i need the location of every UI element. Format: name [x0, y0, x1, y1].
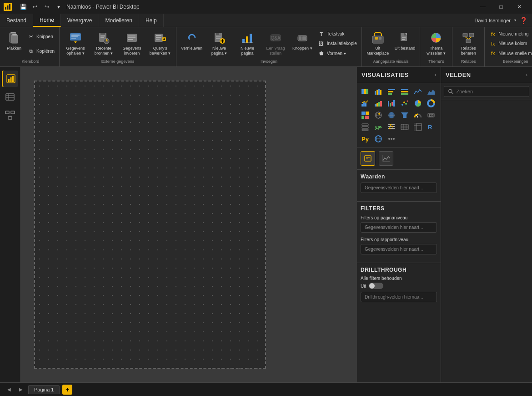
model-view-btn[interactable]	[2, 107, 18, 123]
nieuwe-meting-btn[interactable]: fx Nieuwe meting	[487, 30, 532, 39]
search-input[interactable]	[456, 89, 525, 94]
toggle-track[interactable]	[369, 283, 383, 289]
stacked-bar-icon[interactable]	[360, 86, 371, 97]
funnel-icon[interactable]	[399, 110, 410, 121]
tab-modelleren[interactable]: Modelleren	[99, 14, 139, 27]
maximize-btn[interactable]: □	[492, 0, 510, 14]
format-btn[interactable]	[361, 151, 375, 166]
save-quick-btn[interactable]: 💾	[18, 2, 28, 12]
vernieuwen-btn[interactable]: Vernieuwen	[179, 29, 204, 58]
berekeningen-label: Berekeningen	[487, 58, 532, 65]
100pct-bar-icon[interactable]	[399, 86, 410, 97]
ribbon-group-berekeningen: fx Nieuwe meting fx Nieuwe kolom fx Nieu…	[485, 27, 532, 66]
svg-point-113	[378, 113, 380, 115]
more-visuals-icon[interactable]	[386, 133, 397, 144]
page-nav-prev[interactable]: ◀	[5, 385, 14, 394]
een-vraag-stellen-btn[interactable]: Q&A Een vraag stellen	[262, 29, 289, 58]
knippen-btn[interactable]: ✂ Knippen	[25, 32, 56, 41]
relaties-beheren-btn[interactable]: Relaties beheren	[455, 29, 482, 58]
gauge-icon[interactable]	[412, 110, 423, 121]
plakken-btn[interactable]: Plakken	[5, 29, 24, 58]
data-view-btn[interactable]	[2, 89, 18, 105]
queries-bewerken-label: Query's bewerken ▾	[149, 46, 171, 56]
minimize-btn[interactable]: —	[474, 0, 492, 14]
page-level-label: Filters op paginaniveau	[361, 215, 437, 220]
svg-rect-108	[361, 116, 364, 119]
berekeningen-content: fx Nieuwe meting fx Nieuwe kolom fx Nieu…	[487, 29, 532, 58]
svg-rect-9	[71, 35, 80, 36]
drillthrough-fields-drop[interactable]: Drillthrough-velden hiernaа...	[361, 292, 437, 302]
nieuwe-snelle-meting-btn[interactable]: fx Nieuwe snelle meting	[487, 49, 532, 58]
map-icon[interactable]	[373, 110, 384, 121]
marketplace-btn[interactable]: Uit Marketplace	[365, 29, 391, 58]
nieuwe-pagina-btn[interactable]: Nieuwe pagina ▾	[206, 29, 232, 58]
globe-icon[interactable]	[373, 133, 384, 144]
slicer-icon[interactable]	[386, 122, 397, 132]
treemap-icon[interactable]	[360, 110, 371, 121]
report-canvas[interactable]	[34, 81, 266, 369]
more-quick-btn[interactable]: ▾	[54, 2, 64, 12]
undo-btn[interactable]: ↩	[30, 2, 40, 12]
vormen-btn[interactable]: ⬟ Vormen ▾	[316, 49, 359, 58]
svg-rect-21	[128, 39, 133, 40]
add-page-btn[interactable]: +	[62, 385, 72, 395]
clustered-column-icon[interactable]	[373, 86, 384, 97]
theme-icon	[429, 30, 443, 45]
matrix-icon[interactable]	[412, 122, 423, 132]
titlebar: 💾 ↩ ↪ ▾ Naamloos - Power BI Desktop — □ …	[0, 0, 532, 14]
kpi-icon[interactable]: KPI	[373, 122, 384, 132]
canvas-area[interactable]	[20, 67, 357, 382]
redo-btn[interactable]: ↪	[42, 2, 52, 12]
thema-wisselen-btn[interactable]: Thema wisselen ▾	[423, 29, 449, 58]
tekstvak-btn[interactable]: T Tekstvak	[316, 30, 359, 39]
report-level-drop[interactable]: Gegevensvelden hier naart...	[361, 244, 437, 254]
queries-bewerken-btn[interactable]: Query's bewerken ▾	[147, 29, 173, 58]
svg-rect-107	[366, 112, 369, 115]
recente-bronnen-btn[interactable]: Recente bronnen ▾	[90, 29, 117, 58]
page-tab-1[interactable]: Pagina 1	[28, 385, 60, 394]
donut-chart-icon[interactable]	[426, 98, 437, 109]
tab-help[interactable]: Help	[139, 14, 164, 27]
svg-rect-85	[401, 89, 408, 90]
relaties-beheren-label: Relaties beheren	[457, 46, 480, 56]
filled-map-icon[interactable]	[386, 110, 397, 121]
page-nav-next[interactable]: ▶	[16, 385, 25, 394]
tab-bestand[interactable]: Bestand	[0, 14, 33, 27]
pie-chart-icon[interactable]	[412, 98, 423, 109]
table-icon[interactable]	[399, 122, 410, 132]
help-icon[interactable]: ❓	[520, 17, 527, 24]
python-visual-icon[interactable]: Py	[360, 133, 371, 144]
tab-home[interactable]: Home	[33, 14, 61, 27]
user-chevron-icon[interactable]: ▾	[514, 18, 516, 22]
area-chart-icon[interactable]	[426, 86, 437, 97]
gegevens-ophalen-btn[interactable]: Gegevens ophalen ▾	[62, 29, 89, 58]
fields-panel-chevron-icon[interactable]: ›	[526, 72, 527, 77]
tab-weergave[interactable]: Weergave	[61, 14, 99, 27]
nieuwe-kolom-btn[interactable]: fx Nieuwe kolom	[487, 39, 532, 48]
page-level-drop[interactable]: Gegevensvelden hier naart...	[361, 222, 437, 233]
installatiekopie-btn[interactable]: 🖼 Installatiekopie	[316, 39, 359, 48]
r-visual-icon[interactable]: R	[426, 122, 437, 132]
kopieren-btn[interactable]: ⧉ Kopiëren	[25, 46, 56, 56]
analytics-btn[interactable]	[379, 151, 393, 166]
waarden-drop[interactable]: Gegevensvelden hier naart...	[361, 183, 437, 193]
gegevens-invoeren-btn[interactable]: Gegevens invoeren	[119, 29, 145, 58]
close-btn[interactable]: ✕	[510, 0, 528, 14]
card-icon[interactable]: 123	[426, 110, 437, 121]
report-view-btn[interactable]	[2, 71, 18, 87]
scatter-chart-icon[interactable]	[399, 98, 410, 109]
quick-measure-icon: fx	[489, 50, 497, 57]
viz-panel-chevron-icon[interactable]: ›	[435, 72, 436, 77]
stacked-bar2-icon[interactable]	[386, 86, 397, 97]
svg-point-103	[407, 101, 408, 102]
ribbon-tabs: Bestand Home Weergave Modelleren Help Da…	[0, 14, 532, 27]
line-chart-icon[interactable]	[412, 86, 423, 97]
drillthrough-toggle[interactable]: Uit	[361, 283, 437, 289]
uit-bestand-btn[interactable]: Uit bestand	[393, 29, 417, 58]
line-column-icon[interactable]	[360, 98, 371, 109]
knoppen-btn[interactable]: Knoppen ▾	[291, 29, 314, 58]
waterfall-icon[interactable]	[386, 98, 397, 109]
nieuw-visueel-btn[interactable]: Nieuwe pagina	[234, 29, 261, 58]
multi-row-card-icon[interactable]	[360, 122, 371, 132]
ribbon-chart-icon[interactable]	[373, 98, 384, 109]
